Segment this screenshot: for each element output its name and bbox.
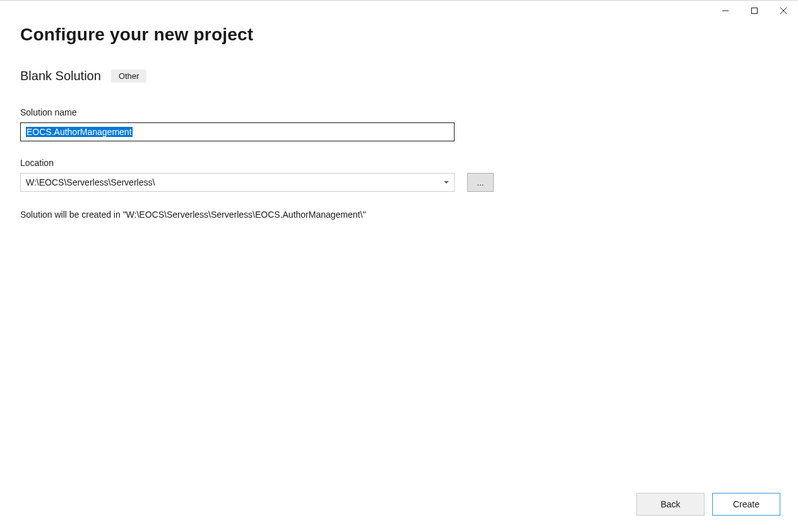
maximize-button[interactable]: [740, 1, 769, 21]
solution-name-label: Solution name: [20, 107, 778, 117]
svg-rect-1: [752, 8, 758, 14]
template-tag: Other: [111, 69, 147, 83]
minimize-button[interactable]: [711, 1, 740, 21]
create-button[interactable]: Create: [712, 493, 780, 516]
dialog-content: Configure your new project Blank Solutio…: [20, 25, 778, 220]
back-button[interactable]: Back: [636, 493, 705, 516]
template-header: Blank Solution Other: [20, 69, 778, 83]
window-titlebar: [711, 1, 798, 21]
location-combo[interactable]: W:\EOCS\Serverless\Serverless\: [20, 173, 455, 192]
close-button[interactable]: [769, 1, 798, 21]
solution-name-value: EOCS.AuthorManagement: [26, 127, 133, 137]
solution-name-input[interactable]: EOCS.AuthorManagement: [20, 122, 455, 141]
location-value: W:\EOCS\Serverless\Serverless\: [26, 177, 444, 187]
minimize-icon: [722, 8, 729, 14]
location-row: W:\EOCS\Serverless\Serverless\ ...: [20, 173, 778, 192]
location-label: Location: [20, 158, 778, 168]
dialog-footer: Back Create: [636, 493, 780, 516]
close-icon: [780, 8, 787, 14]
template-name: Blank Solution: [20, 69, 101, 83]
solution-path-info: Solution will be created in "W:\EOCS\Ser…: [20, 210, 778, 220]
browse-button[interactable]: ...: [467, 173, 494, 192]
maximize-icon: [751, 8, 758, 14]
page-title: Configure your new project: [20, 25, 778, 45]
chevron-down-icon: [444, 181, 449, 184]
